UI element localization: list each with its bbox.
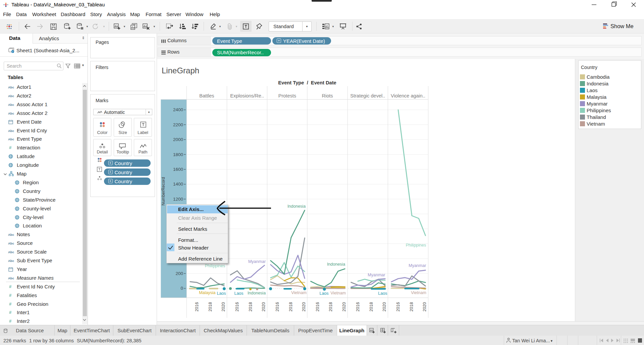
svg-text:LineGraph: LineGraph <box>162 66 199 75</box>
svg-text:2018: 2018 <box>208 302 213 312</box>
svg-text:2016: 2016 <box>275 302 280 312</box>
svg-text:2020: 2020 <box>261 302 266 312</box>
svg-text:2016: 2016 <box>315 302 320 312</box>
svg-text:Laos: Laos <box>217 291 226 296</box>
svg-text:Myanmar: Myanmar <box>248 259 266 264</box>
svg-text:2018: 2018 <box>288 302 293 312</box>
svg-text:1600: 1600 <box>173 167 183 172</box>
svg-text:2018: 2018 <box>369 302 374 312</box>
svg-text:Riots: Riots <box>322 93 333 98</box>
svg-text:NumberRecord: NumberRecord <box>161 177 166 206</box>
svg-text:Vietnam: Vietnam <box>411 290 426 295</box>
svg-text:2400: 2400 <box>173 107 183 112</box>
svg-text:Indonesia: Indonesia <box>287 204 306 209</box>
svg-text:2016: 2016 <box>195 302 199 312</box>
svg-text:Malaysia: Malaysia <box>199 290 215 295</box>
svg-text:2018: 2018 <box>409 302 414 312</box>
svg-text:2020: 2020 <box>302 302 306 312</box>
svg-text:Strategic devel..: Strategic devel.. <box>350 93 385 98</box>
svg-text:2020: 2020 <box>382 302 387 312</box>
svg-text:2000: 2000 <box>173 137 183 142</box>
svg-text:Vietnam: Vietnam <box>330 291 346 295</box>
svg-text:Philippines: Philippines <box>205 264 225 268</box>
svg-text:2020: 2020 <box>422 302 427 312</box>
svg-text:Battles: Battles <box>199 93 214 98</box>
svg-text:Laos: Laos <box>378 291 387 296</box>
svg-text:Event Type / Event Date: Event Type / Event Date <box>278 80 336 85</box>
svg-text:Laos: Laos <box>234 291 243 296</box>
svg-text:Laos: Laos <box>319 291 328 296</box>
svg-text:2016: 2016 <box>356 302 360 312</box>
svg-text:Explosions/Re..: Explosions/Re.. <box>230 93 264 98</box>
svg-text:1800: 1800 <box>173 152 183 157</box>
svg-text:Indonesia: Indonesia <box>327 262 345 267</box>
svg-text:200: 200 <box>175 271 183 276</box>
svg-text:Myanmar: Myanmar <box>368 273 385 277</box>
svg-text:Violence again..: Violence again.. <box>391 93 425 98</box>
svg-text:1400: 1400 <box>173 182 183 187</box>
svg-text:0: 0 <box>180 286 183 291</box>
svg-text:2018: 2018 <box>248 302 253 312</box>
svg-text:2016: 2016 <box>235 302 239 312</box>
svg-text:Philippines: Philippines <box>406 243 426 248</box>
svg-text:Protests: Protests <box>278 93 296 98</box>
svg-text:2018: 2018 <box>328 302 333 312</box>
svg-text:2016: 2016 <box>396 302 400 312</box>
svg-text:2020: 2020 <box>221 302 226 312</box>
svg-text:Myanmar: Myanmar <box>409 263 426 268</box>
svg-text:Indonesia: Indonesia <box>248 291 266 295</box>
svg-text:1200: 1200 <box>173 197 183 202</box>
svg-text:2020: 2020 <box>342 302 346 312</box>
svg-text:2200: 2200 <box>173 122 183 127</box>
svg-text:Vietnam: Vietnam <box>291 290 307 295</box>
